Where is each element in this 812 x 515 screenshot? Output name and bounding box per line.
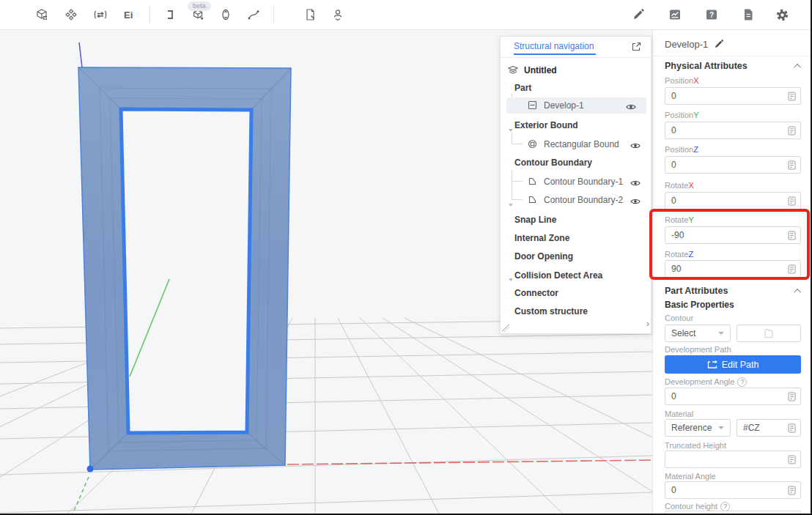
panel-divider (653, 56, 812, 56)
rotate-y-field (665, 226, 801, 244)
spline-icon[interactable] (241, 4, 266, 26)
contour-label: Contour (665, 313, 801, 323)
tree-item-contour-boundary-2[interactable]: Contour Boundary-2 (501, 192, 651, 208)
formula-icon[interactable] (788, 264, 796, 274)
tree-category-internal-zone[interactable]: Internal Zone (501, 230, 651, 246)
tree-root-untitled[interactable]: Untitled (501, 62, 651, 78)
formula-icon[interactable] (788, 92, 796, 101)
physical-attributes-header[interactable]: Physical Attributes (665, 60, 801, 72)
tree-item-develop-1[interactable]: Develop-1 (506, 97, 646, 114)
bracket-icon[interactable] (158, 4, 182, 26)
document-icon[interactable] (736, 4, 761, 26)
tree-item-rectangular-bound[interactable]: Rectangular Bound (501, 136, 651, 152)
contour-boundary-icon (528, 177, 538, 187)
visibility-eye-icon[interactable] (630, 177, 641, 186)
contour-select[interactable]: Select (665, 325, 731, 342)
part-attributes-header[interactable]: Part Attributes (665, 285, 801, 297)
tree-item-contour-boundary-1[interactable]: Contour Boundary-1 (501, 174, 651, 190)
panel-expand-chevron[interactable]: › (646, 318, 649, 329)
rotate-z-label: RotateZ (665, 249, 801, 259)
document-edit-icon[interactable] (298, 4, 322, 26)
edit-path-button[interactable]: Edit Path (665, 355, 801, 374)
material-angle-field (665, 481, 801, 499)
help-circle-icon[interactable]: ? (737, 377, 747, 387)
top-toolbar: Ei (0, 0, 812, 30)
tree-category-collision-detect-area[interactable]: Collision Detect Area (501, 267, 651, 284)
formula-icon[interactable] (788, 455, 796, 464)
formula-icon[interactable] (788, 486, 796, 495)
rectangular-bound-icon (528, 139, 538, 149)
beta-badge: beta (188, 1, 211, 11)
toolbar-separator (150, 6, 150, 23)
toolbar-separator (273, 6, 274, 23)
tree-label: Snap Line (514, 215, 556, 225)
assembly-cube-icon[interactable] (29, 4, 54, 26)
material-select[interactable]: Reference (665, 419, 731, 437)
structural-navigation-panel: Structural navigation Untitled Part (500, 36, 652, 334)
popout-icon[interactable] (631, 41, 642, 52)
tree-category-snap-line[interactable]: Snap Line (501, 212, 651, 228)
user-pin-icon[interactable] (325, 4, 350, 26)
tree-category-connector[interactable]: Connector (501, 285, 651, 301)
contour-height-label: Contour height? (665, 501, 801, 511)
visibility-eye-icon[interactable] (630, 140, 641, 149)
tree-category-exterior-bound[interactable]: Exterior Bound (501, 117, 651, 133)
position-x-input[interactable] (665, 91, 788, 101)
development-angle-input[interactable] (665, 391, 788, 401)
file-icon (763, 327, 775, 339)
position-z-input[interactable] (665, 160, 788, 170)
contour-file-box[interactable] (737, 325, 801, 342)
help-circle-icon[interactable]: ? (720, 502, 730, 511)
rotate-y-input[interactable] (665, 230, 788, 240)
rename-pencil-icon[interactable] (714, 39, 724, 49)
visibility-eye-icon[interactable] (630, 196, 641, 204)
app-window: Ei (0, 0, 812, 515)
position-y-input[interactable] (665, 125, 788, 136)
rotate-z-input[interactable] (665, 264, 788, 274)
position-y-field (665, 122, 801, 139)
edit-pencil-icon[interactable] (626, 4, 651, 26)
position-x-label: PositionX (665, 75, 801, 86)
tree-label: Contour Boundary-2 (544, 195, 623, 205)
tree-category-contour-boundary[interactable]: Contour Boundary (501, 155, 651, 171)
swap-brackets-icon[interactable] (88, 4, 113, 26)
tree-label: Custom structure (514, 306, 588, 316)
formula-icon[interactable] (788, 423, 796, 433)
help-icon[interactable]: ? (699, 4, 724, 26)
svg-text:Ei: Ei (124, 10, 133, 21)
pattern-icon[interactable] (59, 4, 84, 26)
material-angle-input[interactable] (665, 485, 788, 495)
panel-resize-grip[interactable] (502, 325, 509, 332)
tree-label: Develop-1 (544, 100, 584, 111)
position-y-label: PositionY (665, 110, 801, 120)
formula-icon[interactable] (788, 392, 796, 401)
formula-icon[interactable] (788, 231, 796, 240)
tree-category-part[interactable]: Part (501, 80, 651, 96)
chart-box-icon[interactable] (662, 4, 687, 26)
material-ref-input[interactable] (737, 423, 788, 433)
rotate-z-field (665, 260, 801, 278)
contour-height-field (665, 511, 801, 515)
settings-gear-icon[interactable] (769, 4, 794, 26)
tree-category-custom-structure[interactable]: Custom structure (501, 303, 651, 319)
formula-icon[interactable] (788, 160, 796, 170)
door-frame-model[interactable] (78, 67, 291, 470)
caret-down-icon (718, 426, 724, 429)
collapse-chevron-icon[interactable] (794, 63, 801, 70)
material-ref-field (737, 419, 801, 437)
tree-category-door-opening[interactable]: Door Opening (501, 248, 651, 264)
collapse-chevron-icon[interactable] (794, 288, 801, 295)
truncated-height-input[interactable] (665, 454, 788, 464)
svg-text:?: ? (709, 11, 714, 19)
tree-label: Rectangular Bound (544, 139, 619, 149)
rotate-vertical-icon[interactable] (213, 4, 238, 26)
visibility-eye-icon[interactable] (626, 101, 636, 110)
list-details-icon[interactable]: Ei (117, 4, 142, 26)
layers-icon (508, 65, 518, 75)
formula-icon[interactable] (788, 196, 796, 206)
origin-point (87, 466, 94, 473)
formula-icon[interactable] (788, 126, 796, 136)
tree-label: Contour Boundary-1 (544, 177, 623, 187)
truncated-height-field (665, 451, 801, 468)
rotate-x-input[interactable] (665, 196, 788, 206)
